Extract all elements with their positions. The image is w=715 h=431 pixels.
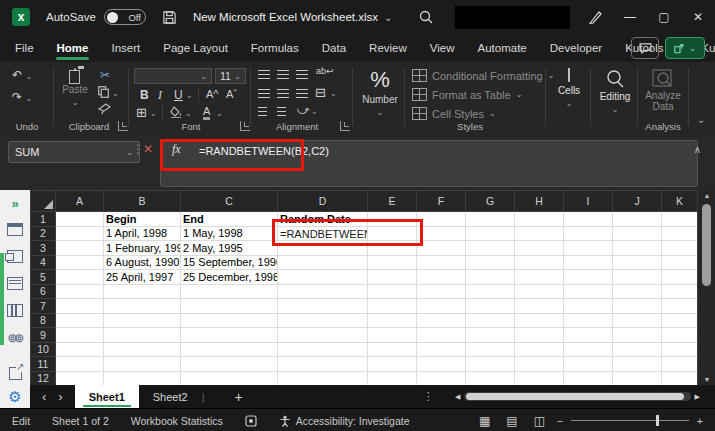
cell-j7[interactable] <box>613 299 662 314</box>
undo-button[interactable]: ↶ ⌄ <box>12 68 32 82</box>
horizontal-scroll-thumb[interactable] <box>466 393 683 400</box>
wrap-text-button[interactable]: ab↩ <box>316 66 334 76</box>
cell-b11[interactable] <box>104 357 181 372</box>
cell-styles-button[interactable]: Cell Styles⌄ <box>412 107 496 120</box>
cell-a10[interactable] <box>56 342 104 357</box>
cell-d7[interactable] <box>278 299 368 314</box>
cell-g7[interactable] <box>466 299 515 314</box>
spreadsheet-grid[interactable]: ABCDEFGHIJK1BeginEndRandom Date21 April,… <box>30 190 697 385</box>
decrease-indent-button[interactable] <box>258 107 267 116</box>
share-button[interactable]: ⌄ <box>665 37 705 59</box>
increase-indent-button[interactable] <box>277 107 286 116</box>
cell-i4[interactable] <box>564 255 613 270</box>
cell-c12[interactable] <box>181 371 278 386</box>
sheet-count[interactable]: Sheet 1 of 2 <box>52 415 109 427</box>
cell-c8[interactable] <box>181 313 278 328</box>
cell-h4[interactable] <box>515 255 564 270</box>
cell-h3[interactable] <box>515 241 564 256</box>
cell-e3[interactable] <box>368 241 417 256</box>
format-painter-button[interactable] <box>98 103 111 115</box>
shrink-font-button[interactable]: Aˇ <box>226 88 237 100</box>
conditional-formatting-button[interactable]: Conditional Formatting⌄ <box>412 69 554 82</box>
formula-input[interactable]: =RANDBETWEEN(B2,C2) <box>160 140 698 187</box>
binoculars-icon[interactable]: ◎◎ <box>0 326 30 348</box>
chevron-down-icon[interactable]: ⌄ <box>186 91 193 100</box>
cell-e12[interactable] <box>368 371 417 386</box>
column-header-i[interactable]: I <box>564 191 613 212</box>
scroll-down-icon[interactable]: ▼ <box>698 376 715 383</box>
cell-f10[interactable] <box>417 342 466 357</box>
row-header-7[interactable]: 7 <box>31 299 56 314</box>
row-header-9[interactable]: 9 <box>31 328 56 343</box>
cell-a7[interactable] <box>56 299 104 314</box>
horizontal-scrollbar[interactable]: ◀ ▶ <box>455 389 700 404</box>
cell-d4[interactable] <box>278 255 368 270</box>
zoom-slider[interactable] <box>571 420 689 421</box>
cell-d6[interactable] <box>278 284 368 299</box>
cell-g9[interactable] <box>466 328 515 343</box>
cell-h11[interactable] <box>515 357 564 372</box>
cell-b10[interactable] <box>104 342 181 357</box>
clipboard-dialog-launcher[interactable] <box>118 121 128 131</box>
cancel-entry-button[interactable]: ✕ <box>143 142 153 156</box>
page-break-view-icon[interactable]: ◫ <box>534 414 545 428</box>
cell-e5[interactable] <box>368 270 417 285</box>
cell-k12[interactable] <box>662 371 698 386</box>
align-center-button[interactable] <box>277 89 289 98</box>
font-color-button[interactable]: A <box>203 106 210 120</box>
cell-d2[interactable]: =RANDBETWEEN(B2,C2) <box>278 226 368 241</box>
zoom-out-button[interactable]: − <box>557 415 563 427</box>
cell-e1[interactable] <box>368 212 417 227</box>
cell-a4[interactable] <box>56 255 104 270</box>
number-format-button[interactable]: % Number ⌄ <box>358 67 402 117</box>
pane-icon[interactable] <box>0 245 30 267</box>
cell-j8[interactable] <box>613 313 662 328</box>
cell-i3[interactable] <box>564 241 613 256</box>
previous-sheet-icon[interactable]: ‹ <box>30 389 58 404</box>
cell-e7[interactable] <box>368 299 417 314</box>
new-sheet-button[interactable]: + <box>205 389 273 405</box>
cell-j9[interactable] <box>613 328 662 343</box>
cell-k11[interactable] <box>662 357 698 372</box>
row-header-3[interactable]: 3 <box>31 241 56 256</box>
row-header-4[interactable]: 4 <box>31 255 56 270</box>
column-header-h[interactable]: H <box>515 191 564 212</box>
font-dialog-launcher[interactable] <box>240 121 250 131</box>
cell-c9[interactable] <box>181 328 278 343</box>
column-header-d[interactable]: D <box>278 191 368 212</box>
row-header-11[interactable]: 11 <box>31 357 56 372</box>
merge-center-button[interactable]: ⊟ <box>315 85 326 100</box>
cell-g8[interactable] <box>466 313 515 328</box>
paste-button[interactable]: Paste ⌄ <box>58 69 92 107</box>
bold-button[interactable]: B <box>140 88 149 102</box>
cell-f6[interactable] <box>417 284 466 299</box>
chevron-down-icon[interactable]: ⌄ <box>185 109 192 118</box>
cell-d10[interactable] <box>278 342 368 357</box>
cell-a2[interactable] <box>56 226 104 241</box>
cell-f2[interactable] <box>417 226 466 241</box>
cell-a12[interactable] <box>56 371 104 386</box>
cell-e4[interactable] <box>368 255 417 270</box>
editing-button[interactable]: Editing ⌄ <box>596 69 634 114</box>
chevron-down-icon[interactable]: ⌄ <box>311 107 318 116</box>
cell-h6[interactable] <box>515 284 564 299</box>
cell-b9[interactable] <box>104 328 181 343</box>
analyze-data-button[interactable]: AnalyzeData <box>643 69 683 112</box>
cell-h10[interactable] <box>515 342 564 357</box>
underline-button[interactable]: U <box>174 88 183 102</box>
cell-k4[interactable] <box>662 255 698 270</box>
cell-b1[interactable]: Begin <box>104 212 181 227</box>
chevron-down-icon[interactable]: ⌄ <box>330 89 337 98</box>
cut-button[interactable]: ✂ <box>100 68 110 82</box>
tab-view[interactable]: View <box>429 42 456 54</box>
cell-e11[interactable] <box>368 357 417 372</box>
cell-h7[interactable] <box>515 299 564 314</box>
cell-i10[interactable] <box>564 342 613 357</box>
cell-f12[interactable] <box>417 371 466 386</box>
cell-h5[interactable] <box>515 270 564 285</box>
cell-i8[interactable] <box>564 313 613 328</box>
select-all-cells[interactable] <box>31 191 56 212</box>
chevron-down-icon[interactable]: ⌄ <box>112 89 119 98</box>
cell-h9[interactable] <box>515 328 564 343</box>
tab-automate[interactable]: Automate <box>477 42 528 54</box>
